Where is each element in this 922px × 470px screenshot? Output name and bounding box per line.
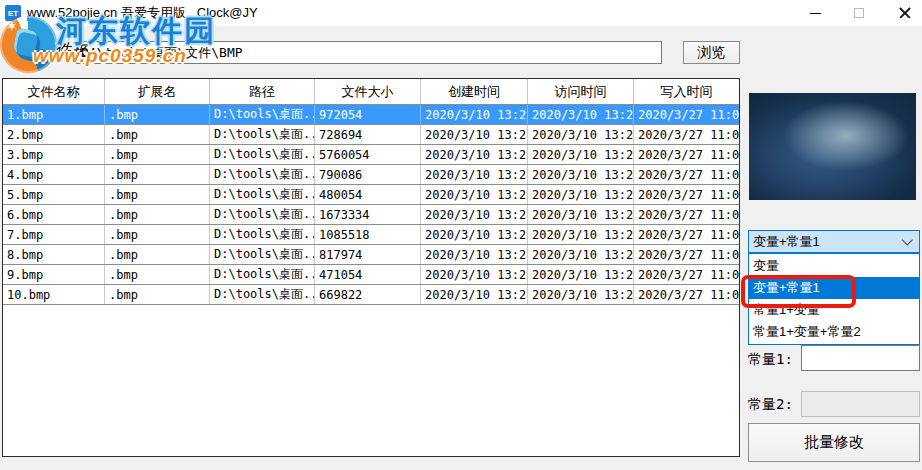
table-cell: 2020/3/27 11:07 [634, 125, 739, 144]
table-cell: .bmp [105, 185, 210, 204]
table-cell: 2020/3/10 13:28 [528, 165, 634, 184]
table-cell: 817974 [315, 245, 421, 264]
table-cell: 2020/3/27 11:07 [634, 105, 739, 124]
table-cell: 728694 [315, 125, 421, 144]
table-cell: 2020/3/10 13:28 [421, 285, 528, 304]
table-cell: 2020/3/10 13:28 [528, 245, 634, 264]
file-table-header: 文件名称扩展名路径文件大小创建时间访问时间写入时间 [3, 79, 739, 105]
table-cell: 2020/3/10 13:28 [528, 105, 634, 124]
file-table: 文件名称扩展名路径文件大小创建时间访问时间写入时间 1.bmp.bmpD:\to… [2, 78, 740, 457]
table-row[interactable]: 4.bmp.bmpD:\tools\桌面...7900862020/3/10 1… [3, 165, 739, 185]
table-cell: 790086 [315, 165, 421, 184]
const1-label: 常量1: [748, 351, 793, 369]
table-cell: 2020/3/27 11:07 [634, 225, 739, 244]
table-row[interactable]: 5.bmp.bmpD:\tools\桌面...4800542020/3/10 1… [3, 185, 739, 205]
table-cell: 669822 [315, 285, 421, 304]
column-header[interactable]: 访问时间 [528, 79, 634, 104]
table-row[interactable]: 7.bmp.bmpD:\tools\桌面...10855182020/3/10 … [3, 225, 739, 245]
table-cell: 972054 [315, 105, 421, 124]
table-cell: .bmp [105, 125, 210, 144]
column-header[interactable]: 写入时间 [634, 79, 739, 104]
table-row[interactable]: 3.bmp.bmpD:\tools\桌面...57600542020/3/10 … [3, 145, 739, 165]
table-cell: 2.bmp [3, 125, 105, 144]
table-cell: 1.bmp [3, 105, 105, 124]
preview-image [749, 93, 916, 200]
table-row[interactable]: 2.bmp.bmpD:\tools\桌面...7286942020/3/10 1… [3, 125, 739, 145]
minimize-button[interactable] [797, 0, 833, 26]
chevron-down-icon [904, 238, 912, 246]
rename-mode-value: 变量+常量1 [753, 233, 820, 251]
table-cell: D:\tools\桌面... [210, 145, 315, 164]
table-cell: 2020/3/10 13:28 [528, 265, 634, 284]
batch-rename-button[interactable]: 批量修改 [748, 423, 920, 462]
table-cell: 1085518 [315, 225, 421, 244]
table-cell: 6.bmp [3, 205, 105, 224]
table-cell: 2020/3/27 11:07 [634, 285, 739, 304]
folder-path-input[interactable] [76, 41, 662, 64]
table-cell: .bmp [105, 145, 210, 164]
table-cell: .bmp [105, 205, 210, 224]
table-cell: 2020/3/10 13:28 [528, 185, 634, 204]
table-cell: D:\tools\桌面... [210, 105, 315, 124]
table-row[interactable]: 6.bmp.bmpD:\tools\桌面...16733342020/3/10 … [3, 205, 739, 225]
rename-mode-dropdown-list: 变量变量+常量1常量1+变量常量1+变量+常量2 [748, 253, 920, 345]
minimize-icon [810, 13, 821, 14]
rename-mode-combobox[interactable]: 变量+常量1 [748, 230, 920, 253]
table-cell: 8.bmp [3, 245, 105, 264]
column-header[interactable]: 文件名称 [3, 79, 105, 104]
table-cell: 2020/3/10 13:28 [421, 205, 528, 224]
close-icon [899, 7, 911, 19]
titlebar: ET www.52pojie.cn 吾爱专用版 Clock@JY [0, 0, 922, 26]
table-cell: 1673334 [315, 205, 421, 224]
table-cell: 10.bmp [3, 285, 105, 304]
table-cell: D:\tools\桌面... [210, 285, 315, 304]
table-cell: D:\tools\桌面... [210, 125, 315, 144]
table-cell: .bmp [105, 245, 210, 264]
column-header[interactable]: 创建时间 [421, 79, 528, 104]
const2-input [801, 391, 920, 417]
table-row[interactable]: 8.bmp.bmpD:\tools\桌面...8179742020/3/10 1… [3, 245, 739, 265]
table-cell: 2020/3/10 13:28 [528, 205, 634, 224]
table-cell: 2020/3/27 11:07 [634, 165, 739, 184]
maximize-button[interactable] [841, 0, 877, 26]
rename-mode-option[interactable]: 常量1+变量+常量2 [749, 321, 919, 343]
table-cell: 2020/3/10 13:28 [421, 225, 528, 244]
close-button[interactable] [887, 0, 922, 26]
table-cell: 4.bmp [3, 165, 105, 184]
table-cell: D:\tools\桌面... [210, 205, 315, 224]
browse-button[interactable]: 浏览 [683, 41, 740, 64]
table-row[interactable]: 10.bmp.bmpD:\tools\桌面...6698222020/3/10 … [3, 285, 739, 305]
table-cell: 5760054 [315, 145, 421, 164]
table-cell: D:\tools\桌面... [210, 165, 315, 184]
table-cell: 2020/3/27 11:07 [634, 265, 739, 284]
table-cell: .bmp [105, 285, 210, 304]
table-cell: 5.bmp [3, 185, 105, 204]
rename-mode-option[interactable]: 变量 [749, 255, 919, 277]
table-cell: 2020/3/10 13:28 [528, 225, 634, 244]
table-row[interactable]: 1.bmp.bmpD:\tools\桌面...9720542020/3/10 1… [3, 105, 739, 125]
rename-mode-option[interactable]: 变量+常量1 [749, 277, 919, 299]
table-cell: D:\tools\桌面... [210, 185, 315, 204]
table-cell: .bmp [105, 165, 210, 184]
table-cell: 480054 [315, 185, 421, 204]
table-cell: 2020/3/10 13:28 [528, 125, 634, 144]
const1-input[interactable] [801, 345, 920, 371]
rename-mode-option[interactable]: 常量1+变量 [749, 299, 919, 321]
maximize-icon [854, 8, 864, 18]
table-cell: 2020/3/27 11:07 [634, 145, 739, 164]
table-cell: 3.bmp [3, 145, 105, 164]
column-header[interactable]: 文件大小 [315, 79, 421, 104]
file-table-body: 1.bmp.bmpD:\tools\桌面...9720542020/3/10 1… [3, 105, 739, 305]
column-header[interactable]: 路径 [210, 79, 315, 104]
table-cell: 2020/3/10 13:28 [528, 285, 634, 304]
table-cell: D:\tools\桌面... [210, 265, 315, 284]
table-row[interactable]: 9.bmp.bmpD:\tools\桌面...4710542020/3/10 1… [3, 265, 739, 285]
table-cell: 2020/3/10 13:28 [528, 145, 634, 164]
folder-label: 选择文件夹: [4, 40, 76, 61]
column-header[interactable]: 扩展名 [105, 79, 210, 104]
app-icon: ET [5, 5, 21, 21]
table-cell: 2020/3/10 13:28 [421, 265, 528, 284]
table-cell: 2020/3/10 13:28 [421, 245, 528, 264]
table-cell: 2020/3/27 11:07 [634, 185, 739, 204]
table-cell: 2020/3/10 13:28 [421, 185, 528, 204]
